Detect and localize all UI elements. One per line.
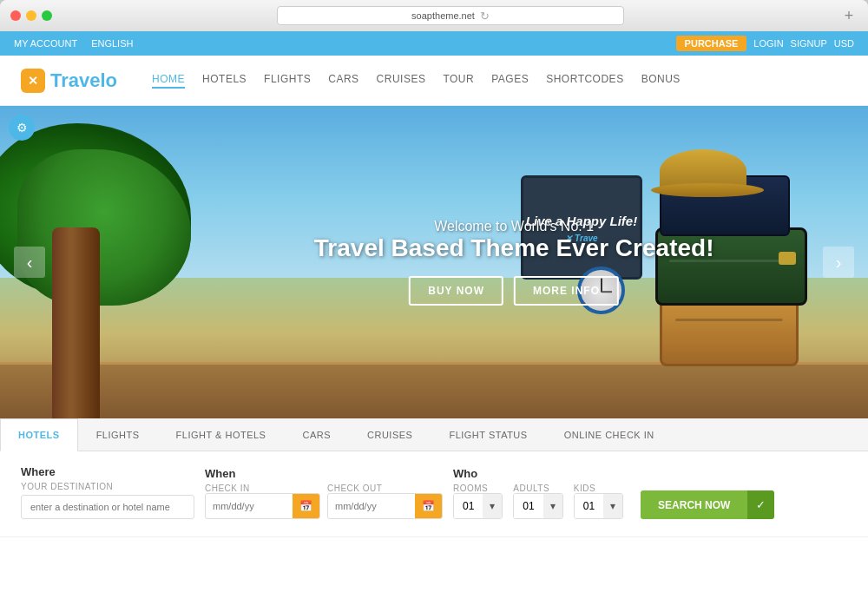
adults-value: 01 xyxy=(514,494,542,518)
purchase-button[interactable]: PURCHASE xyxy=(676,36,747,51)
kids-group: KIDS 01 ▾ xyxy=(574,484,623,519)
search-now-button[interactable]: SEARCH NOW xyxy=(641,490,747,519)
hero-title: Travel Based Theme Ever Created! xyxy=(314,234,714,262)
slider-next-button[interactable]: › xyxy=(823,247,854,278)
hero-section: ✈ Live a Happy Life! ✕ Trave xyxy=(0,106,868,418)
tab-flight-status[interactable]: FLIGHT STATUS xyxy=(431,418,545,451)
tab-cars[interactable]: CARS xyxy=(284,418,349,451)
buy-now-button[interactable]: BUY NOW xyxy=(409,276,503,306)
top-bar: MY ACCOUNT ENGLISH PURCHASE LOGIN SIGNUP… xyxy=(0,31,868,56)
when-group: When CHECK IN 📅 CHECK OUT 📅 xyxy=(205,467,443,519)
checkin-sublabel: CHECK IN xyxy=(205,484,320,493)
search-button-group: SEARCH NOW ✓ xyxy=(641,490,774,519)
website: MY ACCOUNT ENGLISH PURCHASE LOGIN SIGNUP… xyxy=(0,31,868,612)
nav-cruises[interactable]: CRUISES xyxy=(377,73,426,89)
checkout-input[interactable] xyxy=(328,495,415,517)
rooms-counter: 01 ▾ xyxy=(453,493,503,519)
top-bar-right: PURCHASE LOGIN SIGNUP USD xyxy=(676,36,854,51)
rooms-label: ROOMS xyxy=(453,484,503,493)
who-section: ROOMS 01 ▾ ADULTS 01 ▾ xyxy=(453,484,623,519)
hero-buttons: BUY NOW MORE INFO xyxy=(314,276,714,306)
search-btn-container: SEARCH NOW ✓ xyxy=(641,490,774,519)
tab-flight-hotels[interactable]: FLIGHT & HOTELS xyxy=(158,418,285,451)
address-text: soaptheme.net xyxy=(411,10,475,21)
when-label: When xyxy=(205,467,443,480)
nav-home[interactable]: HOME xyxy=(152,73,185,89)
rooms-increment[interactable]: ▾ xyxy=(483,494,502,518)
browser-titlebar: soaptheme.net ↻ + xyxy=(0,0,868,31)
browser-chrome: soaptheme.net ↻ + xyxy=(0,0,868,31)
checkout-group: CHECK OUT 📅 xyxy=(327,484,443,519)
destination-input[interactable] xyxy=(21,495,194,519)
language-selector[interactable]: ENGLISH xyxy=(91,38,133,49)
tab-online-checkin[interactable]: ONLINE CHECK IN xyxy=(546,418,673,451)
kids-increment[interactable]: ▾ xyxy=(603,494,622,518)
nav-links: HOME HOTELS FLIGHTS CARS CRUISES TOUR PA… xyxy=(152,73,847,89)
hero-text: Welcome to World's No. 1 Travel Based Th… xyxy=(314,219,714,306)
checkin-field[interactable]: 📅 xyxy=(205,493,320,519)
search-confirm-button[interactable]: ✓ xyxy=(747,490,774,519)
kids-counter: 01 ▾ xyxy=(574,493,623,519)
nav-hotels[interactable]: HOTELS xyxy=(202,73,247,89)
tab-hotels[interactable]: HOTELS xyxy=(0,418,78,451)
top-bar-left: MY ACCOUNT ENGLISH xyxy=(14,38,133,49)
nav-cars[interactable]: CARS xyxy=(328,73,358,89)
minimize-button[interactable] xyxy=(26,10,36,21)
nav-shortcodes[interactable]: SHORTCODES xyxy=(546,73,623,89)
kids-value: 01 xyxy=(575,494,603,518)
rooms-group: ROOMS 01 ▾ xyxy=(453,484,503,519)
new-tab-button[interactable]: + xyxy=(840,7,858,24)
search-row: Where YOUR DESTINATION When CHECK IN 📅 xyxy=(21,465,847,519)
checkout-field[interactable]: 📅 xyxy=(327,493,443,519)
adults-counter: 01 ▾ xyxy=(513,493,562,519)
nav-tour[interactable]: TOUR xyxy=(443,73,474,89)
adults-label: ADULTS xyxy=(513,484,562,493)
tab-flights[interactable]: FLIGHTS xyxy=(78,418,158,451)
logo[interactable]: ✕ Travelo xyxy=(21,69,117,93)
signup-link[interactable]: SIGNUP xyxy=(791,38,827,49)
kids-label: KIDS xyxy=(574,484,623,493)
tab-cruises[interactable]: CRUISES xyxy=(349,418,431,451)
logo-icon: ✕ xyxy=(21,69,45,93)
where-sublabel: YOUR DESTINATION xyxy=(21,482,194,491)
address-bar[interactable]: soaptheme.net ↻ xyxy=(277,6,624,25)
close-button[interactable] xyxy=(10,10,21,21)
who-label: Who xyxy=(453,467,623,480)
adults-group: ADULTS 01 ▾ xyxy=(513,484,562,519)
checkin-input[interactable] xyxy=(206,495,293,517)
who-group: Who ROOMS 01 ▾ ADULTS 01 xyxy=(453,467,623,519)
hero-subtitle: Welcome to World's No. 1 xyxy=(314,219,714,234)
checkin-calendar-icon[interactable]: 📅 xyxy=(293,494,319,518)
my-account-link[interactable]: MY ACCOUNT xyxy=(14,38,77,49)
traffic-lights xyxy=(10,10,52,21)
search-form: Where YOUR DESTINATION When CHECK IN 📅 xyxy=(0,451,868,537)
more-info-button[interactable]: MORE INFO xyxy=(514,276,619,306)
nav-flights[interactable]: FLIGHTS xyxy=(264,73,311,89)
logo-text: Travelo xyxy=(50,69,117,92)
suitcase-bottom xyxy=(660,297,799,366)
main-nav: ✕ Travelo HOME HOTELS FLIGHTS CARS CRUIS… xyxy=(0,56,868,106)
settings-icon[interactable]: ⚙ xyxy=(9,115,35,141)
adults-increment[interactable]: ▾ xyxy=(543,494,562,518)
hat-brim xyxy=(651,183,764,197)
checkout-sublabel: CHECK OUT xyxy=(327,484,443,493)
slider-prev-button[interactable]: ‹ xyxy=(14,247,45,278)
checkout-calendar-icon[interactable]: 📅 xyxy=(415,494,442,518)
refresh-icon[interactable]: ↻ xyxy=(480,10,490,23)
where-label: Where xyxy=(21,465,194,478)
currency-selector[interactable]: USD xyxy=(834,38,854,49)
nav-pages[interactable]: PAGES xyxy=(491,73,529,89)
tree-trunk xyxy=(52,227,100,418)
nav-bonus[interactable]: BONUS xyxy=(641,73,681,89)
where-group: Where YOUR DESTINATION xyxy=(21,465,194,519)
maximize-button[interactable] xyxy=(42,10,52,21)
search-tabs: HOTELS FLIGHTS FLIGHT & HOTELS CARS CRUI… xyxy=(0,418,868,451)
rooms-value: 01 xyxy=(454,494,483,518)
login-link[interactable]: LOGIN xyxy=(753,38,783,49)
checkin-group: CHECK IN 📅 xyxy=(205,484,320,519)
